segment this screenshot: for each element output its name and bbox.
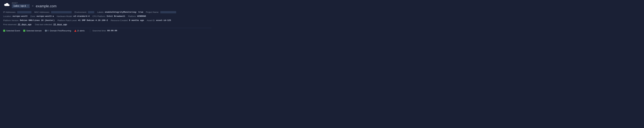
data-collected-value: 22 days ago xyxy=(54,23,67,26)
project-value-redacted xyxy=(160,11,176,13)
legend-searched-time: Searched time: 08:00:00 xyxy=(92,29,117,32)
location-label: Location: xyxy=(3,14,12,18)
domain-title: example.com xyxy=(36,4,56,8)
selected-event-label: Selected Event xyxy=(6,29,20,32)
mac-label: MAC Addresses: xyxy=(34,10,50,14)
data-collected-label: Data last collected: xyxy=(35,23,52,26)
asset-id-value: asset-id-123 xyxy=(156,19,171,22)
ip-label: IP Addresses: xyxy=(3,10,16,14)
legend-selected-domain: Selected domain xyxy=(23,29,42,32)
asset-label-group: ASSET labs:vpc1 ▼ xyxy=(12,2,30,8)
selected-domain-icon xyxy=(23,30,25,32)
asset-detail-panel: ASSET labs:vpc1 ▼ > example.com IP Addre… xyxy=(0,0,215,43)
selected-domain-label: Selected domain xyxy=(26,29,42,32)
ip-value-redacted xyxy=(17,11,32,13)
asset-dropdown-label: labs:vpc1 xyxy=(13,5,26,7)
project-label: Project Name: xyxy=(146,10,159,14)
platform-version-label: Platform Version: xyxy=(3,19,19,22)
legend-divider xyxy=(90,29,90,32)
zone-label: Zone: xyxy=(30,14,36,18)
domain-first-recurring-label: Domain First/Recurring xyxy=(50,29,71,32)
info-row-4: First observed: 22 days ago Data last co… xyxy=(3,23,212,26)
breadcrumb-arrow: > xyxy=(32,5,34,8)
hardware-label: Hardware Model: xyxy=(57,14,72,18)
legend-alerts: 2 alerts xyxy=(74,29,84,32)
platform-value: WINDOWS xyxy=(137,14,146,18)
searched-time-value: 08:00:00 xyxy=(107,29,117,32)
asset-small-label: ASSET xyxy=(12,2,30,4)
selected-event-icon xyxy=(3,30,5,32)
info-row-1: IP Addresses: MAC Addresses: Environment… xyxy=(3,10,212,14)
env-value-redacted xyxy=(88,11,94,13)
patch-level-label: Platform Patch Level: xyxy=(58,19,77,22)
first-observed-value: 22 days ago xyxy=(18,23,32,26)
alerts-label: alerts xyxy=(80,29,84,32)
domain-first-recurring-icon xyxy=(45,30,49,32)
cpu-value: Intel Broadwell xyxy=(106,14,125,18)
legend-domain-first-recurring: Domain First/Recurring xyxy=(45,29,71,32)
info-row-2: Location: europe-west3 Zone: europe-west… xyxy=(3,14,212,18)
zone-value: europe-west3-a xyxy=(36,14,54,18)
labels-value: enableIntegrityMonitoring: true xyxy=(105,10,143,14)
alert-triangle-icon xyxy=(74,30,76,32)
location-value: europe-west3 xyxy=(12,14,28,18)
mac-value-redacted xyxy=(51,11,72,13)
asset-dropdown-button[interactable]: labs:vpc1 ▼ xyxy=(12,4,30,8)
platform-label: Platform: xyxy=(128,14,136,18)
header-row: ASSET labs:vpc1 ▼ > example.com xyxy=(3,2,212,8)
cloud-icon xyxy=(3,2,10,8)
circle-outline-icon xyxy=(47,30,49,31)
resource-created-value: 9 months ago xyxy=(129,19,144,22)
alerts-count: 2 xyxy=(78,29,78,32)
hardware-value: e2-standard-4 xyxy=(74,14,90,18)
chevron-down-icon: ▼ xyxy=(28,5,28,7)
legend-selected-event: Selected Event xyxy=(3,29,20,32)
legend-row: Selected Event Selected domain Domain Fi… xyxy=(3,28,212,32)
platform-version-value: Debian GNU/Linux 10 (buster) xyxy=(20,19,54,22)
searched-time-label: Searched time: xyxy=(92,29,106,32)
first-observed-label: First observed: xyxy=(3,23,17,26)
labels-label: Labels: xyxy=(97,10,104,14)
circle-filled-icon xyxy=(45,30,47,32)
patch-level-value: #1 SMP Debian 4.19.160-2 xyxy=(78,19,108,22)
asset-id-label: Asset ID: xyxy=(147,19,155,22)
resource-created-label: Resource Created: xyxy=(111,19,128,22)
cpu-label: CPU Platform: xyxy=(92,14,106,18)
env-label: Environment: xyxy=(74,10,87,14)
info-row-3: Platform Version: Debian GNU/Linux 10 (b… xyxy=(3,19,212,22)
